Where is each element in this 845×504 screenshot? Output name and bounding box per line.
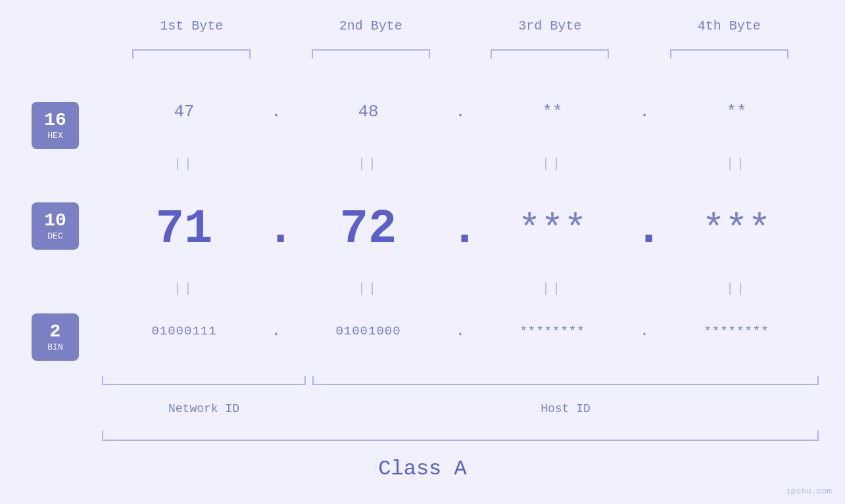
eq2-dot3 — [635, 281, 654, 296]
byte-headers: 1st Byte 2nd Byte 3rd Byte 4th Byte — [102, 18, 819, 34]
hex-badge-label: HEX — [47, 131, 62, 141]
hex-row: 47 . 48 . ** . ** — [102, 102, 819, 122]
bin-val3: ******** — [470, 324, 635, 338]
hex-dot2: . — [450, 102, 470, 122]
bracket-top-3 — [491, 49, 609, 58]
bin-dot1: . — [266, 322, 286, 340]
dec-badge-label: DEC — [47, 231, 62, 241]
class-bracket-area — [102, 430, 819, 441]
bracket-cell-1 — [102, 49, 281, 58]
class-label: Class A — [0, 457, 845, 481]
eq2-3: || — [470, 281, 635, 296]
bottom-bracket-area — [102, 376, 819, 385]
host-id-label: Host ID — [312, 402, 819, 415]
dec-val4: *** — [654, 208, 819, 251]
eq-dot1 — [266, 156, 286, 172]
hex-val2: 48 — [286, 102, 450, 122]
eq2-4: || — [654, 281, 819, 296]
hex-badge: 16 HEX — [32, 102, 79, 149]
dec-row: 71 . 72 . *** . *** — [102, 202, 819, 256]
eq1-3: || — [470, 156, 635, 172]
dec-dot2: . — [450, 202, 470, 256]
bracket-top-1 — [132, 49, 251, 58]
class-bracket — [102, 430, 819, 441]
bracket-cell-3 — [460, 49, 640, 58]
eq2-2: || — [286, 281, 450, 296]
byte4-header: 4th Byte — [640, 18, 819, 34]
byte3-header: 3rd Byte — [460, 18, 640, 34]
eq2-dot2 — [450, 281, 470, 296]
dec-dot3: . — [635, 202, 654, 256]
dec-val3: *** — [470, 208, 635, 251]
host-bracket — [312, 376, 819, 385]
bin-val1: 01000111 — [102, 324, 266, 338]
bin-badge-number: 2 — [50, 323, 61, 341]
watermark: ipshu.com — [786, 486, 832, 496]
equals-row-2: || || || || — [102, 281, 819, 296]
hex-val4: ** — [654, 102, 819, 122]
network-bracket — [102, 376, 306, 385]
bracket-top-4 — [670, 49, 788, 58]
dec-val2: 72 — [286, 202, 450, 256]
bin-badge: 2 BIN — [32, 313, 79, 361]
hex-val3: ** — [470, 102, 635, 122]
equals-row-1: || || || || — [102, 156, 819, 172]
eq2-dot1 — [266, 281, 286, 296]
byte1-header: 1st Byte — [102, 18, 281, 34]
bracket-cell-4 — [640, 49, 819, 58]
bracket-top-2 — [312, 49, 430, 58]
main-container: 16 HEX 10 DEC 2 BIN 1st Byte 2nd Byte 3r… — [0, 0, 845, 504]
eq-dot3 — [635, 156, 654, 172]
top-brackets — [102, 49, 819, 58]
eq1-2: || — [286, 156, 450, 172]
hex-dot3: . — [635, 102, 654, 122]
eq1-4: || — [654, 156, 819, 172]
dec-val1: 71 — [102, 202, 266, 256]
hex-dot1: . — [266, 102, 286, 122]
bin-badge-label: BIN — [47, 342, 62, 352]
dec-dot1: . — [266, 202, 286, 256]
bracket-cell-2 — [281, 49, 461, 58]
dec-badge: 10 DEC — [32, 202, 79, 250]
hex-badge-number: 16 — [44, 111, 66, 129]
bin-dot2: . — [450, 322, 470, 340]
byte2-header: 2nd Byte — [281, 18, 461, 34]
eq1-1: || — [102, 156, 266, 172]
network-id-label: Network ID — [102, 402, 306, 415]
bin-val4: ******** — [654, 324, 819, 338]
eq-dot2 — [450, 156, 470, 172]
bin-dot3: . — [635, 322, 654, 340]
hex-val1: 47 — [102, 102, 266, 122]
eq2-1: || — [102, 281, 266, 296]
dec-badge-number: 10 — [44, 212, 66, 230]
bin-val2: 01001000 — [286, 324, 450, 338]
bin-row: 01000111 . 01001000 . ******** . *******… — [102, 322, 819, 340]
